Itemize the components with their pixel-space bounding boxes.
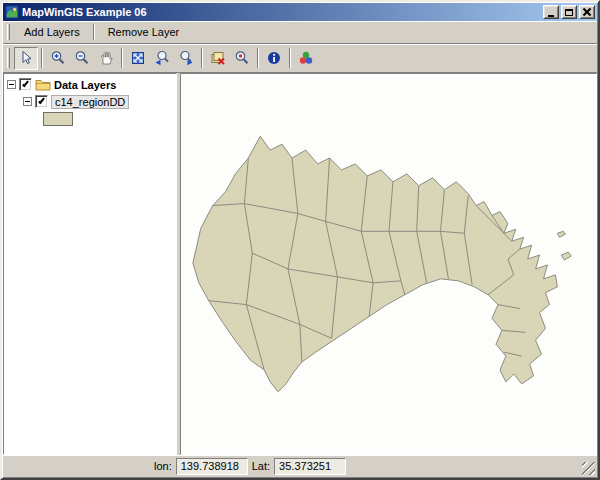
app-window: MapWinGIS Example 06 Add Layers Remove L…: [0, 0, 600, 480]
group-label[interactable]: Data Layers: [54, 79, 116, 91]
layer-label[interactable]: c14_regionDD: [51, 95, 129, 109]
minimize-icon: [548, 15, 554, 17]
symbology-button[interactable]: [294, 47, 318, 70]
zoom-to-selection-button[interactable]: [230, 47, 254, 70]
check-icon: [22, 80, 29, 87]
tree-row-layer[interactable]: c14_regionDD: [5, 93, 175, 110]
hand-icon: [98, 50, 114, 66]
zoom-next-button[interactable]: [174, 47, 198, 70]
map-islands: [557, 231, 571, 260]
magnifier-back-icon: [154, 50, 170, 66]
close-button[interactable]: [579, 5, 595, 19]
status-bar: lon: 139.738918 Lat: 35.373251: [3, 455, 597, 477]
magnifier-red-icon: [234, 50, 250, 66]
app-icon: [5, 5, 19, 19]
tree-row-data-layers[interactable]: Data Layers: [5, 76, 175, 93]
map-region-outline: [193, 136, 557, 392]
menu-remove-layer[interactable]: Remove Layer: [98, 23, 190, 41]
lon-label: lon:: [154, 460, 172, 472]
maximize-icon: [565, 9, 573, 16]
magnifier-plus-icon: [50, 50, 66, 66]
menu-separator: [93, 24, 95, 40]
expand-arrows-icon: [130, 50, 146, 66]
palette-icon: [298, 50, 314, 66]
resize-grip[interactable]: [582, 462, 595, 475]
zoom-full-extent-button[interactable]: [126, 47, 150, 70]
toolbar: [3, 44, 597, 73]
collapse-toggle-icon[interactable]: [7, 80, 16, 89]
toolbar-separator: [41, 48, 43, 68]
check-icon: [38, 97, 45, 104]
legend-color-swatch[interactable]: [43, 112, 73, 126]
title-bar[interactable]: MapWinGIS Example 06: [3, 3, 597, 21]
toolbar-separator: [121, 48, 123, 68]
toolbar-separator: [201, 48, 203, 68]
lon-value: 139.738918: [176, 458, 248, 475]
layers-panel: Data Layers c14_regionDD: [3, 73, 177, 455]
remove-layer-button[interactable]: [206, 47, 230, 70]
tree-row-legend: [5, 110, 175, 127]
select-cursor-button[interactable]: [14, 47, 38, 70]
info-icon: [266, 50, 282, 66]
group-checkbox[interactable]: [19, 78, 32, 91]
magnifier-minus-icon: [74, 50, 90, 66]
pointer-icon: [18, 50, 34, 66]
pan-button[interactable]: [94, 47, 118, 70]
zoom-previous-button[interactable]: [150, 47, 174, 70]
window-title: MapWinGIS Example 06: [22, 6, 540, 18]
map-canvas: [181, 74, 596, 454]
folder-icon: [35, 78, 51, 91]
identify-button[interactable]: [262, 47, 286, 70]
toolbar-separator: [257, 48, 259, 68]
toolbar-grip-2[interactable]: [7, 48, 10, 68]
magnifier-forward-icon: [178, 50, 194, 66]
menu-bar: Add Layers Remove Layer: [3, 21, 597, 44]
toolbar-grip[interactable]: [7, 24, 10, 40]
toolbar-separator: [289, 48, 291, 68]
layer-remove-icon: [210, 50, 226, 66]
lat-label: Lat:: [252, 460, 270, 472]
collapse-toggle-icon[interactable]: [23, 97, 32, 106]
minimize-button[interactable]: [543, 5, 559, 19]
layer-checkbox[interactable]: [35, 95, 48, 108]
maximize-button[interactable]: [561, 5, 577, 19]
zoom-out-button[interactable]: [70, 47, 94, 70]
map-view[interactable]: [180, 73, 597, 455]
main-area: Data Layers c14_regionDD: [3, 73, 597, 455]
lat-value: 35.373251: [274, 458, 346, 475]
close-icon: [583, 8, 591, 16]
zoom-in-button[interactable]: [46, 47, 70, 70]
menu-add-layers[interactable]: Add Layers: [14, 23, 90, 41]
